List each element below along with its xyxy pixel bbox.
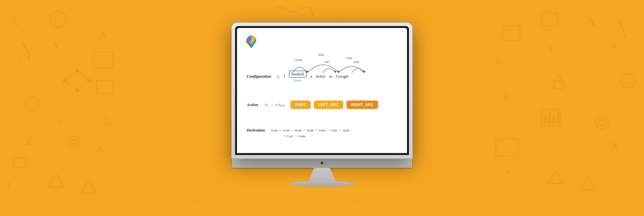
svg-text:Y: Y [612, 41, 618, 50]
svg-marker-60 [27, 55, 31, 60]
svg-text:Y: Y [53, 40, 60, 50]
derivation-line-2: → c₇,a₇ → c₈,a₈ [247, 133, 397, 139]
monitor-chin [232, 158, 412, 168]
formula-ci: ci [265, 102, 268, 107]
svg-text:→: → [354, 197, 361, 205]
svg-point-10 [76, 89, 79, 92]
svg-text:→: → [338, 13, 346, 21]
monitor-wrapper: nsubj dobj det [232, 23, 412, 187]
svg-text:→: → [193, 197, 200, 205]
svg-text:X: X [97, 143, 103, 153]
svg-text:1: 1 [6, 180, 11, 189]
svg-rect-31 [541, 13, 557, 26]
right-arc-button[interactable]: RIGHT_ARC [346, 101, 378, 109]
logo [243, 34, 260, 50]
svg-line-13 [66, 81, 76, 90]
stack-label: Stack [294, 78, 301, 82]
shift-button[interactable]: SHIFT [290, 101, 311, 109]
svg-point-9 [76, 69, 79, 73]
svg-rect-20 [93, 52, 113, 68]
derivation-section: Derivation c₀,a₀ → c₁,a₁ → c₂,a₂ → c₃,a₃… [247, 127, 397, 139]
svg-text:Y: Y [309, 7, 316, 18]
svg-rect-37 [553, 114, 555, 124]
svg-point-8 [63, 79, 66, 82]
svg-rect-34 [541, 110, 560, 126]
config-subscript: ci [277, 74, 280, 80]
svg-text:π: π [58, 116, 62, 124]
formula-ai: ai [276, 103, 278, 107]
svg-point-17 [68, 136, 80, 148]
arc-label-dobj: dobj [318, 53, 324, 56]
svg-text:Z: Z [26, 135, 33, 148]
camera-dot [321, 162, 323, 164]
svg-text:i: i [19, 56, 22, 66]
svg-point-26 [621, 74, 635, 88]
configuration-section: nsubj dobj det [247, 61, 397, 82]
svg-text:→: → [419, 198, 426, 206]
config-label: Configuration [247, 74, 271, 79]
svg-text:→: → [386, 200, 393, 208]
action-section: Action ci → ai ci+1 SHIFT LEFT_ARC RIGHT… [247, 101, 397, 109]
svg-text:X: X [502, 92, 509, 102]
svg-text:→: → [258, 198, 265, 206]
svg-rect-36 [548, 113, 551, 124]
svg-rect-21 [97, 81, 113, 93]
svg-text:A: A [586, 14, 595, 29]
monitor-stand [303, 168, 341, 181]
derivation-formula-1: c₀,a₀ → c₁,a₁ → c₂,a₂ → c₃,a₃ → c₄,a₄ → … [271, 127, 349, 133]
monitor: nsubj dobj det [232, 23, 412, 158]
svg-text:→: → [451, 200, 458, 208]
arc-label-det: det [325, 60, 329, 64]
formula-ci1: ci+1 [279, 102, 285, 107]
svg-marker-62 [623, 32, 626, 37]
svg-marker-57 [547, 171, 564, 184]
svg-point-6 [50, 11, 66, 27]
svg-rect-4 [13, 158, 26, 168]
svg-point-11 [89, 79, 92, 82]
svg-rect-38 [557, 111, 559, 124]
svg-point-2 [26, 97, 39, 110]
screen-content: nsubj dobj det [243, 53, 401, 147]
svg-rect-33 [554, 81, 564, 89]
svg-line-12 [66, 71, 76, 81]
derivation-line-1: Derivation c₀,a₀ → c₁,a₁ → c₂,a₂ → c₃,a₃… [247, 127, 397, 133]
svg-text:A: A [100, 30, 107, 41]
derivation-label: Derivation [247, 128, 267, 133]
monitor-base [290, 181, 354, 187]
svg-point-63 [249, 40, 254, 44]
action-formula: ci → ai ci+1 [265, 102, 285, 107]
svg-point-28 [599, 120, 605, 125]
svg-text:Py: Py [496, 58, 503, 66]
svg-text:→: → [225, 200, 232, 208]
svg-text:1: 1 [592, 171, 596, 179]
action-label: Action [247, 102, 258, 107]
svg-text:→: → [290, 201, 297, 210]
arc-label-prep: prep [346, 56, 352, 60]
formula-arrow: → [270, 103, 273, 107]
svg-text:X: X [612, 140, 618, 150]
dependency-arcs: nsubj dobj det [281, 58, 407, 76]
svg-text:Y: Y [547, 43, 554, 54]
arc-label-pobj: pobj [354, 60, 359, 64]
svg-text:→: → [322, 199, 329, 207]
svg-marker-56 [80, 181, 97, 193]
derivation-formula-2: → c₇,a₇ → c₈,a₈ [282, 133, 305, 139]
svg-line-15 [79, 81, 89, 90]
svg-line-14 [79, 71, 89, 81]
arc-label-nsubj: nsubj [295, 58, 302, 62]
svg-rect-42 [496, 139, 518, 156]
svg-line-59 [23, 42, 29, 55]
svg-point-27 [596, 116, 609, 129]
svg-line-61 [618, 19, 625, 32]
svg-point-18 [71, 139, 77, 144]
monitor-bezel: nsubj dobj det [235, 26, 409, 155]
left-arc-button[interactable]: LEFT_ARC [314, 101, 343, 109]
screen: nsubj dobj det [237, 28, 407, 153]
svg-rect-35 [544, 116, 547, 124]
svg-text:≡: ≡ [506, 168, 509, 176]
svg-text:∑: ∑ [103, 115, 109, 124]
svg-text:A: A [10, 14, 19, 29]
svg-rect-39 [502, 26, 520, 40]
svg-marker-55 [48, 174, 64, 187]
svg-marker-58 [580, 177, 596, 190]
